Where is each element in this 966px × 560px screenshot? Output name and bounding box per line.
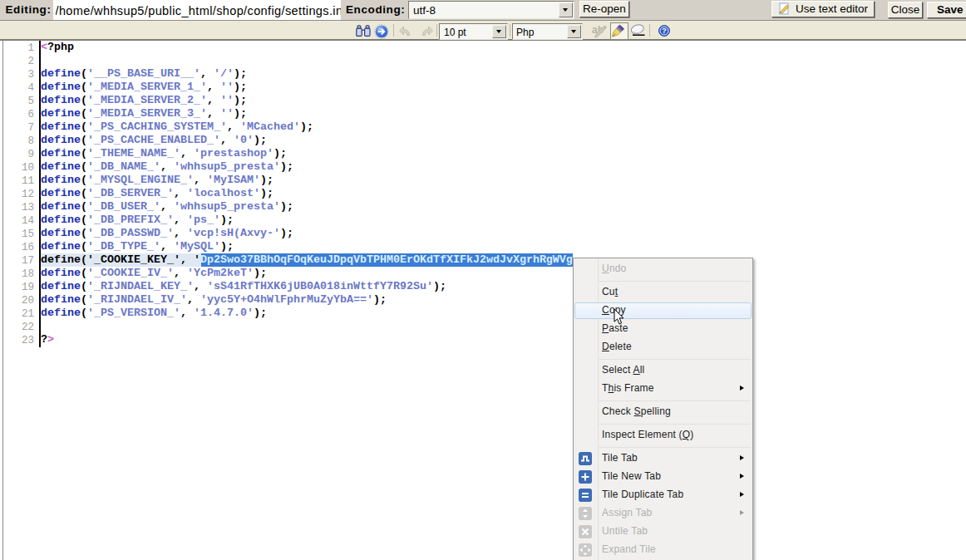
svg-text:?: ? (662, 26, 667, 35)
